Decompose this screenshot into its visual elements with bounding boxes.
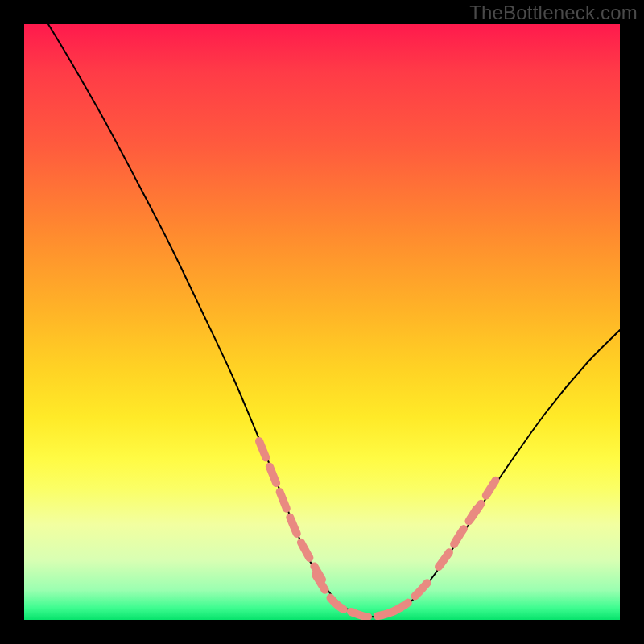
chart-frame: TheBottleneck.com	[0, 0, 644, 644]
highlight-segment-5	[471, 480, 496, 518]
watermark-label: TheBottleneck.com	[469, 2, 638, 24]
highlight-segment-3	[393, 578, 431, 612]
main-curve-path	[48, 24, 620, 617]
highlight-segment-1	[316, 575, 354, 613]
highlight-group	[259, 441, 496, 617]
plot-area	[24, 24, 620, 620]
curve-layer	[24, 24, 620, 620]
